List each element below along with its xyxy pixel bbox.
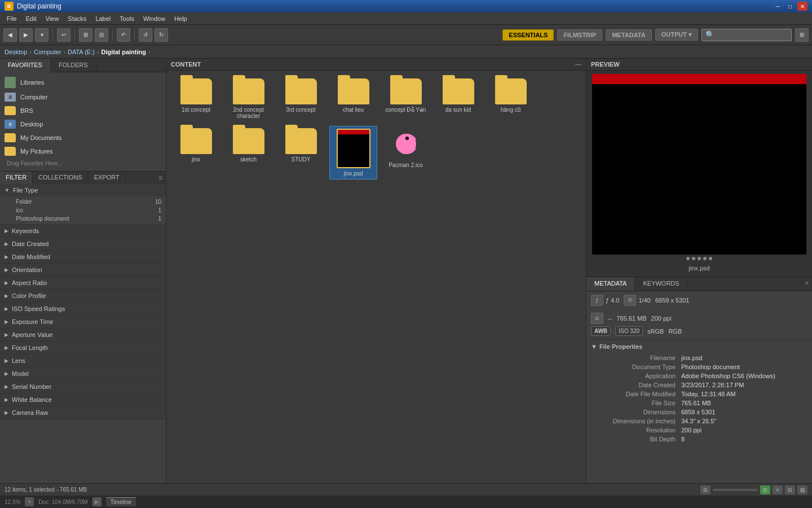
breadcrumb-computer[interactable]: Computer — [34, 49, 61, 55]
thumb-concept-do-yen[interactable]: concept Đỗ Yến — [382, 76, 430, 121]
folders-tab[interactable]: FOLDERS — [51, 59, 96, 72]
menu-tools[interactable]: Tools — [115, 14, 139, 23]
menu-view[interactable]: View — [41, 14, 64, 23]
filter-options-icon[interactable]: ≡ — [155, 172, 166, 184]
menu-file[interactable]: File — [2, 14, 21, 23]
exposure-section: ▶ Exposure Time — [0, 316, 166, 329]
thumb-pacman-ico[interactable]: Pacman 2.ico — [382, 126, 430, 179]
filmstrip-workspace[interactable]: FILMSTRIP — [557, 29, 602, 41]
filter-tab-export[interactable]: EXPORT — [89, 172, 126, 184]
fav-computer[interactable]: 🖥 Computer — [0, 90, 166, 104]
view-grid-icon[interactable]: ⊞ — [760, 485, 770, 494]
fav-pictures[interactable]: My Pictures — [0, 144, 166, 158]
datecreated-header[interactable]: ▶ Date Created — [0, 238, 166, 250]
undo-button[interactable]: ↺ — [139, 28, 152, 42]
aspectratio-header[interactable]: ▶ Aspect Ratio — [0, 277, 166, 289]
filter-tab-filter[interactable]: FILTER — [0, 172, 33, 184]
thumb-jinx-folder[interactable]: jinx — [172, 126, 220, 179]
view-filmstrip-icon[interactable]: ▤ — [797, 485, 807, 494]
content-options-icon[interactable]: — — [575, 61, 581, 68]
serial-header[interactable]: ▶ Serial Number — [0, 380, 166, 393]
prop-dimensions-inches: Dimensions (in inches) 34.3" x 26.5" — [591, 417, 807, 426]
view-detail-icon[interactable]: ⊟ — [785, 485, 795, 494]
exposure-header[interactable]: ▶ Exposure Time — [0, 316, 166, 328]
bitdepth-value: 8 — [681, 436, 685, 443]
thumb-2nd-concept[interactable]: 2nd concept character — [224, 76, 272, 121]
back-button[interactable]: ◀ — [3, 28, 17, 42]
colorprofile-header[interactable]: ▶ Color Profile — [0, 290, 166, 302]
timeline-tab[interactable]: Timeline — [106, 497, 136, 506]
fav-desktop[interactable]: 🖥 Desktop — [0, 117, 166, 131]
meta-tab-metadata[interactable]: METADATA — [586, 277, 635, 291]
main-area: FAVORITES FOLDERS Libraries 🖥 Computer B… — [0, 59, 812, 483]
close-button[interactable]: ✕ — [797, 2, 807, 11]
more-button[interactable]: ⊞ — [795, 28, 809, 42]
filetype-header[interactable]: ▼ File Type — [0, 184, 166, 196]
menu-window[interactable]: Window — [139, 14, 170, 23]
focallength-header[interactable]: ▶ Focal Length — [0, 341, 166, 354]
redo-button[interactable]: ↻ — [155, 28, 168, 42]
prop-datecreated: Date Created 3/23/2017, 2:26:17 PM — [591, 380, 807, 389]
view-options-button[interactable]: ⊟ — [95, 28, 108, 42]
thumb-sketch[interactable]: sketch — [224, 126, 272, 179]
datemod-header[interactable]: ▶ Date Modified — [0, 251, 166, 263]
filter-folder[interactable]: Folder 10 — [11, 198, 166, 206]
model-header[interactable]: ▶ Model — [0, 367, 166, 380]
thumb-chat-lieu[interactable]: chat lieu — [329, 76, 377, 121]
psd-filter-label: Photoshop document — [16, 216, 69, 222]
whitebalance-header[interactable]: ▶ White Balance — [0, 393, 166, 406]
thumb-3rd-concept[interactable]: 3rd concept — [277, 76, 325, 121]
fav-documents[interactable]: My Documents — [0, 131, 166, 144]
meta-tab-keywords[interactable]: KEYWORDS — [635, 277, 687, 291]
search-input[interactable] — [701, 29, 792, 41]
thumb-study[interactable]: STUDY — [277, 126, 325, 179]
metadata-workspace[interactable]: METADATA — [606, 29, 651, 41]
cameraraw-label: Camera Raw — [12, 409, 161, 416]
menu-label[interactable]: Label — [91, 14, 115, 23]
favorites-tab[interactable]: FAVORITES — [0, 59, 51, 72]
zoom-dropdown-icon[interactable]: ▾ — [25, 497, 34, 506]
grid-view-button[interactable]: ⊞ — [79, 28, 92, 42]
doctype-label: Document Type — [591, 364, 681, 370]
brs-folder-icon — [5, 106, 16, 115]
fav-brs[interactable]: BRS — [0, 104, 166, 117]
fav-libraries[interactable]: Libraries — [0, 75, 166, 90]
filesize-prop-value: 765.61 MB — [681, 400, 711, 406]
maximize-button[interactable]: □ — [785, 2, 795, 11]
meta-options-icon[interactable]: ≡ — [802, 277, 812, 291]
aperture-header[interactable]: ▶ Aperture Value — [0, 329, 166, 341]
cameraraw-header[interactable]: ▶ Camera Raw — [0, 406, 166, 419]
filter-psd[interactable]: Photoshop document 1 — [11, 214, 166, 223]
filter-ico[interactable]: ico 1 — [11, 206, 166, 214]
back-dropdown[interactable]: ▾ — [35, 28, 48, 42]
isospeed-header[interactable]: ▶ ISO Speed Ratings — [0, 303, 166, 315]
aperture-section: ▶ Aperture Value — [0, 329, 166, 341]
keywords-header[interactable]: ▶ Keywords — [0, 225, 166, 237]
thumb-hang-cu[interactable]: hàng cũ — [487, 76, 535, 121]
datemod-prop-label: Date File Modified — [591, 391, 681, 397]
minimize-button[interactable]: ─ — [773, 2, 783, 11]
essentials-workspace[interactable]: ESSENTIALS — [502, 29, 554, 41]
thumb-1st-concept[interactable]: 1st concept — [172, 76, 220, 121]
filter-tab-collections[interactable]: COLLECTIONS — [33, 172, 89, 184]
return-button[interactable]: ↩ — [57, 28, 70, 42]
rotate-ccw-button[interactable]: ↶ — [117, 28, 130, 42]
breadcrumb-desktop[interactable]: Desktop — [5, 49, 27, 55]
zoom-slider[interactable] — [713, 489, 758, 491]
menu-stacks[interactable]: Stacks — [63, 14, 91, 23]
view-small-icon[interactable]: ⊟ — [700, 485, 710, 494]
view-list-icon[interactable]: ≡ — [773, 485, 783, 494]
datecreated-arrow: ▶ — [5, 241, 8, 247]
menu-help[interactable]: Help — [170, 14, 192, 23]
doc-info-arrow[interactable]: ▶ — [92, 497, 102, 506]
folder-filter-label: Folder — [16, 199, 32, 205]
forward-button[interactable]: ▶ — [19, 28, 33, 42]
breadcrumb-data[interactable]: DATA (E:) — [68, 49, 95, 55]
thumb-da-sun-kid[interactable]: da sun kid — [434, 76, 482, 121]
psd-filter-count: 1 — [158, 216, 161, 222]
orientation-header[interactable]: ▶ Orientation — [0, 264, 166, 276]
menu-edit[interactable]: Edit — [21, 14, 41, 23]
output-workspace[interactable]: OUTPUT ▾ — [655, 29, 698, 41]
lens-header[interactable]: ▶ Lens — [0, 354, 166, 367]
thumb-jinx-psd[interactable]: jinx.psd — [329, 126, 377, 179]
